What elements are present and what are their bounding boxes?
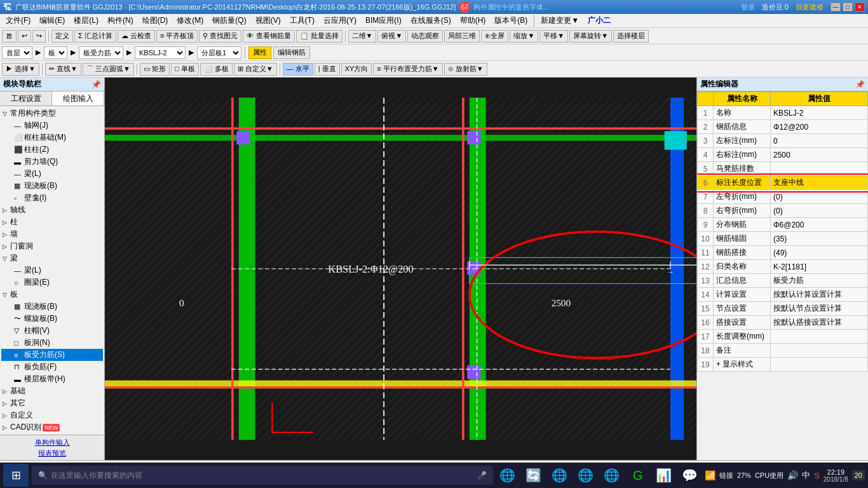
prop-value-cell[interactable]: 按默认节点设置计算 [771,302,868,316]
minimize-button[interactable]: — [831,3,841,11]
single-plate-tool[interactable]: □ 单板 [171,63,199,76]
property-row-10[interactable]: 10钢筋锚固(35) [698,232,868,246]
dynamic-view-button[interactable]: 动态观察 [407,30,443,43]
prop-value-cell[interactable]: 板受力筋 [771,274,868,288]
prop-value-cell[interactable]: 支座中线 [771,176,868,190]
nav-pin[interactable]: 📌 [92,80,101,89]
rebar-type-select[interactable]: 板受力筋 [79,46,123,59]
maximize-button[interactable]: □ [843,3,853,11]
tree-floor-band[interactable]: ▬ 楼层板带(H) [1,373,103,385]
menu-edit[interactable]: 编辑(E) [36,14,69,27]
custom-tool[interactable]: ⊞ 自定义▼ [234,63,277,76]
tree-beam-group[interactable]: ▽ 梁 [1,252,103,264]
arc-tool[interactable]: ⌒ 三点圆弧▼ [83,63,134,76]
property-row-9[interactable]: 9分布钢筋Φ6@200 [698,218,868,232]
pan-button[interactable]: 平移▼ [539,30,568,43]
search-bar[interactable]: 🔍 在这里输入你要搜索的内容 🎤 [32,466,493,485]
prop-value-cell[interactable]: 按默认计算设置计算 [771,288,868,302]
prop-value-cell[interactable]: KBSLJ-2 [771,106,868,120]
property-row-7[interactable]: 7左弯折(mm)(0) [698,190,868,204]
property-row-15[interactable]: 15节点设置按默认节点设置计算 [698,302,868,316]
top-view-button[interactable]: 俯视▼ [377,30,406,43]
build-link[interactable]: 我要建楼 [796,3,824,12]
property-row-6[interactable]: 6标注长度位置支座中线 [698,176,868,190]
tree-foundation[interactable]: ▷ 基础 [1,385,103,397]
menu-cloud[interactable]: 云应用(Y) [320,14,360,27]
mic-icon[interactable]: 🎤 [477,471,487,480]
prop-value-cell[interactable] [771,344,868,358]
task-icon-7[interactable]: 📊 [653,464,675,487]
prop-value-cell[interactable]: K-2[1181] [771,260,868,274]
tree-cad[interactable]: ▷ CAD识别 NEW [1,421,103,433]
redo-button[interactable]: ↪ [32,30,46,43]
tree-cast-slab[interactable]: ▦ 现浇板(B) [1,180,103,192]
menu-version[interactable]: 版本号(B) [491,14,531,27]
task-icon-6[interactable]: G [627,464,649,487]
property-row-1[interactable]: 1名称KBSLJ-2 [698,106,868,120]
line-tool[interactable]: ✏ 直线▼ [45,63,81,76]
property-row-8[interactable]: 8右弯折(mm)(0) [698,204,868,218]
select-floor-button[interactable]: 选择楼层 [613,30,649,43]
property-row-16[interactable]: 16搭接设置按默认搭接设置计算 [698,316,868,330]
drawing-canvas[interactable]: KBSLJ-2:Φ12@200 0 2500 → [105,78,696,460]
calculate-button[interactable]: Σ 汇总计算 [74,30,116,43]
menu-bim[interactable]: BIM应用(I) [362,14,405,27]
task-icon-5[interactable]: 🌐 [600,464,623,487]
property-row-4[interactable]: 4右标注(mm)2500 [698,148,868,162]
property-row-19[interactable]: 19+ 显示样式 [698,358,868,372]
view-rebar-button[interactable]: 👁 查看钢筋量 [243,30,294,43]
tree-column-group[interactable]: ▷ 柱 [1,216,103,228]
edit-rebar-button[interactable]: 编辑钢筋 [273,46,310,59]
property-row-12[interactable]: 12归类名称K-2[1181] [698,260,868,274]
property-button[interactable]: 属性 [248,46,271,59]
menu-file[interactable]: 文件(F) [2,14,34,27]
screen-rotate-button[interactable]: 屏幕旋转▼ [569,30,612,43]
start-button[interactable]: ⊞ [3,464,29,487]
prop-pin[interactable]: 📌 [855,80,865,89]
xy-tool[interactable]: XY方向 [341,63,372,76]
prop-value-cell[interactable]: Φ6@200 [771,218,868,232]
property-row-18[interactable]: 18备注 [698,344,868,358]
tab-draw-input[interactable]: 绘图输入 [52,92,104,105]
tree-axis[interactable]: ▷ 轴线 [1,204,103,216]
align-button[interactable]: ≡ 平齐板顶 [156,30,198,43]
close-button[interactable]: ✕ [855,3,865,11]
menu-tools[interactable]: 工具(T) [286,14,318,27]
radial-rebar-tool[interactable]: ⊙ 放射筋▼ [444,63,487,76]
tree-ring-beam[interactable]: ○ 圈梁(E) [1,276,103,288]
prop-value-cell[interactable]: (35) [771,232,868,246]
tree-wall-group[interactable]: ▷ 墙 [1,228,103,240]
task-icon-2[interactable]: 🔄 [522,464,545,487]
prop-value-cell[interactable]: 0 [771,134,868,148]
menu-help[interactable]: 帮助(H) [456,14,490,27]
parallel-rebar-tool[interactable]: ≡ 平行布置受力筋▼ [373,63,442,76]
tree-beam[interactable]: — 梁(L) [1,168,103,180]
menu-floor[interactable]: 楼层(L) [70,14,102,27]
tree-other[interactable]: ▷ 其它 [1,397,103,409]
property-row-13[interactable]: 13汇总信息板受力筋 [698,274,868,288]
local-3d-button[interactable]: 局部三维 [444,30,480,43]
menu-view[interactable]: 视图(V) [252,14,285,27]
prop-value-cell[interactable]: Φ12@200 [771,120,868,134]
prop-value-cell[interactable]: (0) [771,190,868,204]
menu-new-change[interactable]: 新建变更▼ [537,14,583,27]
tree-axisnet[interactable]: — 轴网(J) [1,119,103,132]
prop-value-cell[interactable]: 2500 [771,148,868,162]
property-row-14[interactable]: 14计算设置按默认计算设置计算 [698,288,868,302]
find-button[interactable]: ⚲ 查找图元 [199,30,241,43]
property-row-17[interactable]: 17长度调整(mm) [698,330,868,344]
tree-col-cap[interactable]: ▽ 柱帽(V) [1,325,103,337]
property-row-2[interactable]: 2钢筋信息Φ12@200 [698,120,868,134]
tree-slab-opening[interactable]: □ 板洞(N) [1,337,103,349]
menu-guangxiao[interactable]: 广小二 [584,14,614,27]
canvas-area[interactable]: KBSLJ-2:Φ12@200 0 2500 → [105,78,696,460]
tree-custom[interactable]: ▷ 自定义 [1,409,103,421]
cloud-check-button[interactable]: ☁ 云检查 [118,30,155,43]
tree-neg-rebar[interactable]: ⊓ 板负筋(F) [1,361,103,373]
tree-beam-l[interactable]: — 梁(L) [1,264,103,276]
fullscreen-button[interactable]: ⊕全屏 [481,30,508,43]
prop-value-cell[interactable] [771,358,868,372]
menu-modify[interactable]: 修改(M) [173,14,207,27]
type-select[interactable]: 板 [44,46,67,59]
layer-select[interactable]: 分层板1 [197,46,241,59]
